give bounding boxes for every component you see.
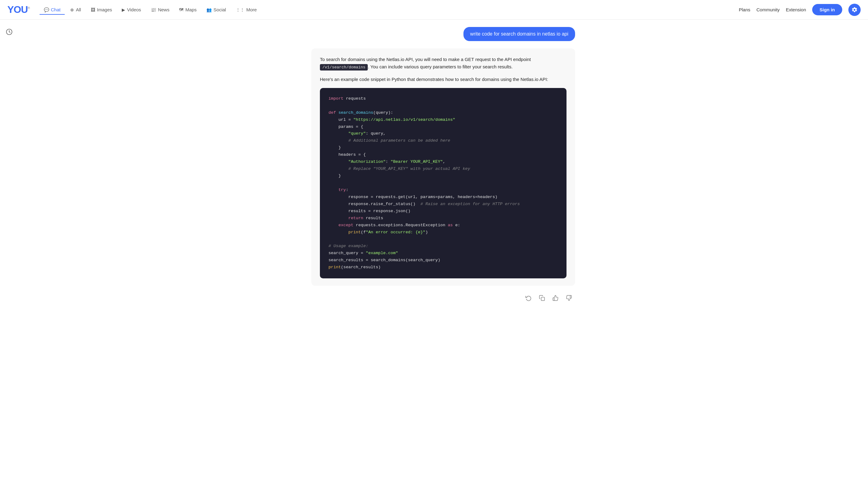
images-icon: 🖼 bbox=[91, 7, 95, 12]
header: YOU® 💬 Chat ⊕ All 🖼 Images ▶ Videos 📰 Ne… bbox=[0, 0, 868, 20]
nav-tab-videos[interactable]: ▶ Videos bbox=[118, 5, 145, 15]
history-button[interactable] bbox=[3, 26, 16, 38]
endpoint-code: /v1/search/domains bbox=[320, 64, 368, 70]
community-link[interactable]: Community bbox=[756, 7, 780, 12]
nav-tab-chat-label: Chat bbox=[51, 7, 61, 12]
nav-tab-images[interactable]: 🖼 Images bbox=[87, 5, 116, 15]
user-bubble: write code for search domains in netlas … bbox=[463, 27, 575, 41]
ai-intro-text: To search for domains using the Netlas.i… bbox=[320, 56, 566, 71]
all-icon: ⊕ bbox=[70, 7, 74, 12]
nav-tab-more-label: More bbox=[246, 7, 257, 12]
thumbdown-button[interactable] bbox=[564, 293, 574, 304]
nav-tab-videos-label: Videos bbox=[127, 7, 141, 12]
header-right: Plans Community Extension Sign in bbox=[739, 4, 861, 16]
logo-text: YOU bbox=[7, 4, 28, 15]
settings-button[interactable] bbox=[848, 4, 861, 16]
gear-icon bbox=[851, 7, 858, 13]
logo-sup: ® bbox=[28, 6, 29, 10]
clock-icon bbox=[6, 29, 12, 35]
sign-in-button[interactable]: Sign in bbox=[812, 4, 842, 15]
thumbup-icon bbox=[552, 295, 559, 301]
ai-snippet-intro: Here's an example code snippet in Python… bbox=[320, 76, 566, 83]
copy-button[interactable] bbox=[537, 293, 547, 304]
svg-rect-1 bbox=[541, 297, 545, 301]
action-bar bbox=[311, 291, 575, 307]
nav-tab-news-label: News bbox=[158, 7, 169, 12]
chat-container: write code for search domains in netlas … bbox=[311, 27, 575, 307]
thumbup-button[interactable] bbox=[551, 293, 560, 304]
news-icon: 📰 bbox=[151, 7, 156, 12]
social-icon: 👥 bbox=[207, 7, 212, 12]
nav-tab-social-label: Social bbox=[214, 7, 226, 12]
nav-tab-maps-label: Maps bbox=[185, 7, 196, 12]
main-content: write code for search domains in netlas … bbox=[19, 20, 868, 485]
extension-link[interactable]: Extension bbox=[786, 7, 806, 12]
nav-tab-chat[interactable]: 💬 Chat bbox=[39, 5, 65, 15]
refresh-icon bbox=[525, 295, 531, 301]
maps-icon: 🗺 bbox=[179, 7, 183, 12]
thumbdown-icon bbox=[566, 295, 572, 301]
code-content: import requests def search_domains(query… bbox=[329, 95, 558, 271]
copy-icon bbox=[539, 295, 545, 301]
logo[interactable]: YOU® bbox=[7, 4, 30, 15]
nav-tab-all[interactable]: ⊕ All bbox=[66, 5, 85, 15]
sidebar bbox=[0, 20, 19, 485]
nav-tab-maps[interactable]: 🗺 Maps bbox=[175, 5, 201, 15]
nav-tab-news[interactable]: 📰 News bbox=[147, 5, 174, 15]
nav-tab-more[interactable]: ⋮⋮ More bbox=[231, 5, 261, 15]
user-message: write code for search domains in netlas … bbox=[311, 27, 575, 41]
nav-tabs: 💬 Chat ⊕ All 🖼 Images ▶ Videos 📰 News 🗺 … bbox=[39, 5, 739, 15]
plans-link[interactable]: Plans bbox=[739, 7, 750, 12]
videos-icon: ▶ bbox=[122, 7, 125, 12]
more-icon: ⋮⋮ bbox=[236, 7, 244, 12]
chat-icon: 💬 bbox=[44, 7, 49, 12]
code-block: import requests def search_domains(query… bbox=[320, 88, 566, 278]
nav-tab-social[interactable]: 👥 Social bbox=[202, 5, 230, 15]
nav-tab-images-label: Images bbox=[97, 7, 112, 12]
refresh-button[interactable] bbox=[524, 293, 533, 304]
nav-tab-all-label: All bbox=[76, 7, 81, 12]
ai-response: To search for domains using the Netlas.i… bbox=[311, 48, 575, 286]
